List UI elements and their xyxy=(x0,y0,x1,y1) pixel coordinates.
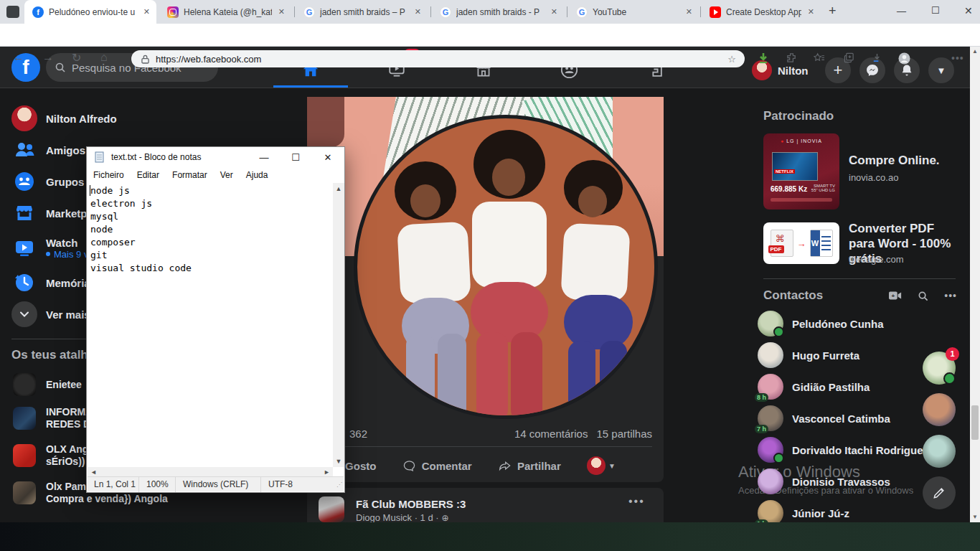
search-contacts-icon[interactable] xyxy=(918,291,928,301)
sidebar-item-profile[interactable]: Nilton Alfredo xyxy=(6,103,253,134)
tab-close-icon[interactable]: ✕ xyxy=(415,7,421,17)
chat-head[interactable] xyxy=(923,393,956,426)
notepad-titlebar[interactable]: text.txt - Bloco de notas — ☐ ✕ xyxy=(87,147,344,167)
tab-close-icon[interactable]: ✕ xyxy=(808,7,814,17)
back-button[interactable]: ← xyxy=(13,51,24,64)
resize-grip[interactable]: ⋰ xyxy=(336,481,342,488)
chevron-down-icon: ▼ xyxy=(608,462,616,470)
scroll-left-arrow[interactable]: ◄ xyxy=(88,468,97,476)
online-dot xyxy=(943,372,956,385)
contact-name: Peludóneo Cunha xyxy=(792,318,884,330)
vertical-scrollbar[interactable]: ▲ ▼ xyxy=(333,183,344,467)
post-options-button[interactable]: ••• xyxy=(628,495,645,508)
account-menu-button[interactable]: ▼ xyxy=(928,57,954,83)
comment-count[interactable]: 14 comentários xyxy=(514,428,588,440)
home-button[interactable]: ⌂ xyxy=(100,51,108,64)
shortcut-thumbnail xyxy=(13,444,36,467)
new-dot-icon xyxy=(46,252,50,256)
browser-tab[interactable]: Create Desktop Applic ✕ xyxy=(702,0,821,24)
new-room-icon[interactable]: + xyxy=(889,291,902,301)
chevron-down-icon xyxy=(11,301,37,327)
scroll-up-arrow[interactable]: ▲ xyxy=(333,183,344,194)
shortcut-thumbnail xyxy=(13,481,36,504)
browser-profile-icon[interactable] xyxy=(898,52,910,65)
tab-close-icon[interactable]: ✕ xyxy=(143,7,150,17)
scroll-down-arrow[interactable]: ▼ xyxy=(970,512,980,522)
scroll-right-arrow[interactable]: ► xyxy=(324,468,333,476)
close-button[interactable]: ✕ xyxy=(311,152,344,163)
minimize-button[interactable]: — xyxy=(248,152,280,163)
scrollbar-thumb[interactable] xyxy=(971,405,979,440)
post-actions: Gosto Comentar Partilhar ▼ xyxy=(313,450,628,481)
menu-ficheiro[interactable]: Ficheiro xyxy=(93,170,124,180)
share-count[interactable]: 15 partilhas xyxy=(596,428,652,440)
notepad-text-area[interactable]: node js electron js mysql node composer … xyxy=(88,183,333,467)
notepad-window[interactable]: text.txt - Bloco de notas — ☐ ✕ Ficheiro… xyxy=(86,146,345,493)
tab-close-icon[interactable]: ✕ xyxy=(551,7,557,17)
browser-tab[interactable]: G YouTube ✕ xyxy=(568,0,699,24)
taskbar: Escreva aqui para procurar S xyxy=(0,522,980,551)
forward-button[interactable]: → xyxy=(42,51,54,64)
sidebar-item-label: Grupos xyxy=(46,176,84,188)
tab-close-icon[interactable]: ✕ xyxy=(686,7,692,17)
tab-title: YouTube xyxy=(593,7,679,17)
favorites-bar-icon[interactable] xyxy=(814,52,825,63)
window-minimize-button[interactable]: — xyxy=(897,6,906,17)
post-page-name[interactable]: Fã Club MOBBERS :3 xyxy=(356,498,466,510)
scroll-up-arrow[interactable]: ▲ xyxy=(970,47,980,57)
menu-editar[interactable]: Editar xyxy=(137,170,159,180)
page-avatar[interactable] xyxy=(319,496,344,522)
chat-head[interactable]: 1 xyxy=(923,352,956,385)
ad-title: Compre Online. xyxy=(849,154,940,168)
youtube-favicon xyxy=(710,6,721,18)
sponsored-ad[interactable]: ● LG | INOVIA NETFLIX 669.885 Kz SMART T… xyxy=(763,133,957,209)
contact-name: Gidião Pastilha xyxy=(792,381,870,393)
menu-formatar[interactable]: Formatar xyxy=(172,170,207,180)
notepad-icon xyxy=(94,151,105,163)
browser-tab[interactable]: f Peludóneo enviou-te u ✕ xyxy=(24,0,156,24)
browser-tab[interactable]: Helena Kateia (@h_kat ✕ xyxy=(159,0,291,24)
maximize-button[interactable]: ☐ xyxy=(280,152,311,163)
text-line: electron js xyxy=(90,197,333,210)
instagram-favicon xyxy=(167,6,179,18)
scroll-down-arrow[interactable]: ▼ xyxy=(333,456,344,467)
tab-close-icon[interactable]: ✕ xyxy=(278,7,285,17)
share-button[interactable]: Partilhar xyxy=(498,453,561,479)
collections-icon[interactable] xyxy=(844,52,854,63)
reload-button[interactable]: ↻ xyxy=(72,51,81,65)
chat-head[interactable] xyxy=(923,435,956,468)
browser-tab[interactable]: G jaden smith braids – P ✕ xyxy=(296,0,428,24)
new-tab-button[interactable]: + xyxy=(829,4,837,19)
browser-menu-icon[interactable]: ••• xyxy=(951,52,964,64)
favorite-star-icon[interactable]: ☆ xyxy=(727,54,736,65)
page-scrollbar[interactable]: ▲ ▼ xyxy=(970,47,980,522)
window-maximize-button[interactable]: ☐ xyxy=(931,5,940,16)
profile-picture-circle[interactable] xyxy=(354,115,658,419)
downloads-icon[interactable] xyxy=(872,52,882,63)
shortcut-thumbnail xyxy=(13,373,36,396)
contact-name: Júnior Jú-z xyxy=(792,507,849,519)
address-bar[interactable]: https://web.facebook.com ☆ xyxy=(131,50,745,67)
ad-domain: fileeagle.com xyxy=(849,254,904,265)
extensions-icon[interactable] xyxy=(786,52,797,63)
new-message-button[interactable] xyxy=(923,476,956,509)
tab-title: Create Desktop Applic xyxy=(726,7,801,17)
post-card: Fã Club MOBBERS :3 Diogo Musick · 1 d · … xyxy=(307,488,664,522)
sponsored-ad[interactable]: PDF ⌘ → W Converter PDF para Word - 100%… xyxy=(763,221,957,265)
browser-tab[interactable]: G jaden smith braids - P ✕ xyxy=(432,0,564,24)
menu-ajuda[interactable]: Ajuda xyxy=(246,170,268,180)
menu-ver[interactable]: Ver xyxy=(220,170,233,180)
messenger-icon xyxy=(865,63,880,77)
comment-as-selector[interactable]: ▼ xyxy=(587,456,616,475)
contact-row[interactable]: Peludóneo Cunha xyxy=(752,308,961,339)
arrow-icon: → xyxy=(797,238,806,249)
download-complete-icon[interactable] xyxy=(758,52,769,64)
window-close-button[interactable]: ✕ xyxy=(964,5,973,17)
contact-name: Vasconcel Catimba xyxy=(792,413,890,425)
like-count[interactable]: 362 xyxy=(349,428,367,440)
horizontal-scrollbar[interactable]: ◄ ► xyxy=(88,467,333,477)
contacts-options-icon[interactable]: ••• xyxy=(944,290,957,301)
comment-button[interactable]: Comentar xyxy=(402,453,472,479)
tab-search-icon[interactable] xyxy=(6,6,19,18)
online-dot xyxy=(773,326,784,337)
